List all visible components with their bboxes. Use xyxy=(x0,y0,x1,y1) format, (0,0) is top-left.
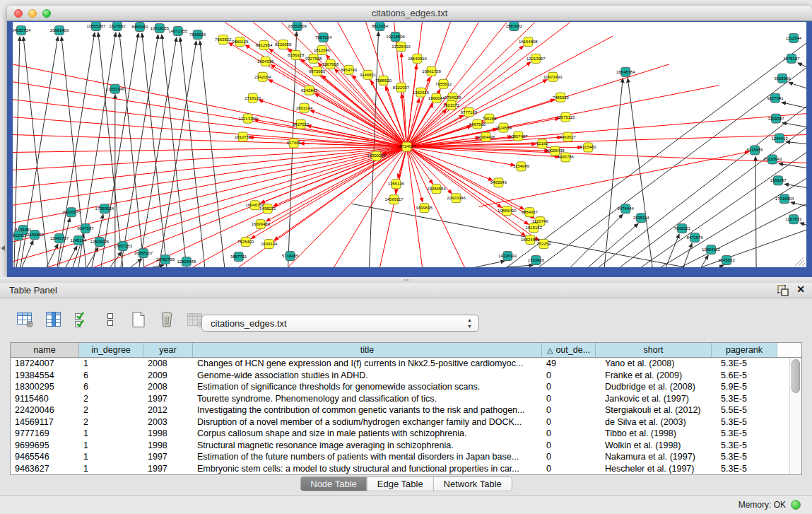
cell-in_degree[interactable]: 6 xyxy=(79,381,143,393)
table-row[interactable]: 1830029562008Estimation of significance … xyxy=(11,381,789,393)
edge[interactable] xyxy=(755,156,756,267)
cell-out_de[interactable]: 0 xyxy=(542,381,596,393)
table-row[interactable]: 1938455462009Genome-wide association stu… xyxy=(11,370,789,382)
cell-short[interactable]: de Silva et al. (2003) xyxy=(596,416,712,428)
edge[interactable] xyxy=(599,107,806,267)
table-mode-icon[interactable] xyxy=(16,310,35,329)
cell-year[interactable]: 2009 xyxy=(143,370,193,382)
citation-edge[interactable] xyxy=(13,146,407,242)
cell-name[interactable]: 22420046 xyxy=(11,404,79,416)
citation-edge[interactable] xyxy=(193,146,407,267)
network-canvas[interactable]: 2405572420691406106552871527602846616010… xyxy=(13,22,806,267)
edge[interactable] xyxy=(604,78,623,267)
citation-network-graph[interactable]: 2405572420691406106552871527602846616010… xyxy=(13,22,806,267)
cell-in_degree[interactable]: 1 xyxy=(79,463,143,475)
edge[interactable] xyxy=(101,33,139,267)
float-panel-icon[interactable] xyxy=(777,285,789,296)
cell-title[interactable]: Estimation of significance thresholds fo… xyxy=(193,381,542,393)
cell-title[interactable]: Corpus callosum shape and size in male p… xyxy=(193,428,542,440)
edge[interactable] xyxy=(352,204,686,267)
cell-out_de[interactable]: 0 xyxy=(542,428,596,440)
citation-edge[interactable] xyxy=(288,146,407,267)
cell-title[interactable]: Tourette syndrome. Phenomenology and cla… xyxy=(193,393,542,405)
column-header-pagerank[interactable]: pagerank xyxy=(712,343,777,357)
cell-pagerank[interactable]: 5.3E-5 xyxy=(712,463,777,475)
select-columns-icon[interactable] xyxy=(72,310,91,329)
cell-out_de[interactable]: 0 xyxy=(542,370,596,382)
table-row[interactable]: 946362711997Embryonic stem cells: a mode… xyxy=(11,463,789,475)
edge[interactable] xyxy=(47,244,58,267)
edge[interactable] xyxy=(789,83,806,88)
cell-in_degree[interactable]: 6 xyxy=(79,370,143,382)
citation-edge[interactable] xyxy=(407,146,539,240)
splitter-grip[interactable] xyxy=(404,279,409,281)
cell-name[interactable]: 18724007 xyxy=(11,358,79,370)
cell-out_de[interactable]: 0 xyxy=(542,440,596,452)
edge[interactable] xyxy=(791,202,806,206)
cell-title[interactable]: Genome-wide association studies in ADHD. xyxy=(193,370,542,382)
canvas-resize-grip[interactable] xyxy=(795,257,805,266)
table-row[interactable]: 911546021997Tourette syndrome. Phenomeno… xyxy=(11,393,789,405)
citation-edge[interactable] xyxy=(407,65,417,147)
cell-in_degree[interactable]: 1 xyxy=(79,358,143,370)
citation-edge[interactable] xyxy=(478,151,749,206)
edge[interactable] xyxy=(779,163,806,168)
table-row[interactable]: 2242004622012Investigating the contribut… xyxy=(11,404,789,416)
cell-in_degree[interactable]: 2 xyxy=(79,416,143,428)
cell-out_de[interactable]: 0 xyxy=(542,393,596,405)
citation-edge[interactable] xyxy=(13,82,407,147)
cell-name[interactable]: 14569117 xyxy=(11,416,79,428)
cell-pagerank[interactable]: 5.3E-5 xyxy=(712,451,777,463)
cell-short[interactable]: Jankovic et al. (1997) xyxy=(596,393,712,405)
cell-year[interactable]: 1998 xyxy=(143,428,193,440)
tab-network-table[interactable]: Network Table xyxy=(433,477,512,491)
table-row[interactable]: 969969511998Structural magnetic resonanc… xyxy=(11,440,789,452)
edge[interactable] xyxy=(666,234,679,267)
cell-title[interactable]: Investigating the contribution of common… xyxy=(193,404,542,416)
cell-out_de[interactable]: 0 xyxy=(542,463,596,475)
horizontal-splitter[interactable] xyxy=(0,277,812,283)
edge[interactable] xyxy=(66,246,77,267)
cell-short[interactable]: Hescheler et al. (1997) xyxy=(596,463,712,475)
cell-pagerank[interactable]: 5.3E-5 xyxy=(712,416,777,428)
cell-title[interactable]: Structural magnetic resonance image aver… xyxy=(193,440,542,452)
cell-year[interactable]: 1998 xyxy=(143,440,193,452)
edge[interactable] xyxy=(153,265,164,267)
cell-out_de[interactable]: 49 xyxy=(542,358,596,370)
row-height-icon[interactable] xyxy=(100,310,119,329)
citation-edge[interactable] xyxy=(407,146,526,235)
cell-pagerank[interactable]: 5.3E-5 xyxy=(712,428,777,440)
cell-short[interactable]: Yano et al. (2008) xyxy=(596,358,712,370)
cell-year[interactable]: 2008 xyxy=(143,381,193,393)
edge[interactable] xyxy=(786,142,806,144)
tab-node-table[interactable]: Node Table xyxy=(300,477,367,491)
edge[interactable] xyxy=(159,41,196,267)
column-header-in_degree[interactable]: in_degree xyxy=(79,343,143,357)
table-scrollbar[interactable] xyxy=(789,358,801,474)
column-header-title[interactable]: title xyxy=(193,343,542,357)
new-column-icon[interactable] xyxy=(129,310,148,329)
citation-edge[interactable] xyxy=(407,22,536,146)
edge[interactable] xyxy=(162,35,187,267)
close-panel-icon[interactable]: ✕ xyxy=(796,284,805,295)
cell-in_degree[interactable]: 1 xyxy=(79,428,143,440)
edge[interactable] xyxy=(139,37,177,267)
edge[interactable] xyxy=(661,178,806,267)
cell-out_de[interactable]: 0 xyxy=(542,404,596,416)
cell-short[interactable]: Dudbridge et al. (2008) xyxy=(596,381,712,393)
delete-column-icon[interactable] xyxy=(157,310,176,329)
cell-pagerank[interactable]: 5.5E-5 xyxy=(712,404,777,416)
cell-year[interactable]: 1997 xyxy=(143,393,193,405)
cell-year[interactable]: 2003 xyxy=(143,416,193,428)
cell-name[interactable]: 18300295 xyxy=(11,381,79,393)
edge[interactable] xyxy=(119,33,144,267)
cell-in_degree[interactable]: 1 xyxy=(79,440,143,452)
cell-year[interactable]: 2012 xyxy=(143,404,193,416)
cell-pagerank[interactable]: 5.3E-5 xyxy=(712,393,777,405)
edge[interactable] xyxy=(784,184,806,187)
scrollbar-thumb[interactable] xyxy=(792,359,800,393)
edge[interactable] xyxy=(628,78,652,267)
cell-short[interactable]: Stergiakouli et al. (2012) xyxy=(596,404,712,416)
edge[interactable] xyxy=(782,103,806,108)
table-selector-dropdown[interactable]: citations_edges.txt ▲▼ xyxy=(201,315,479,332)
